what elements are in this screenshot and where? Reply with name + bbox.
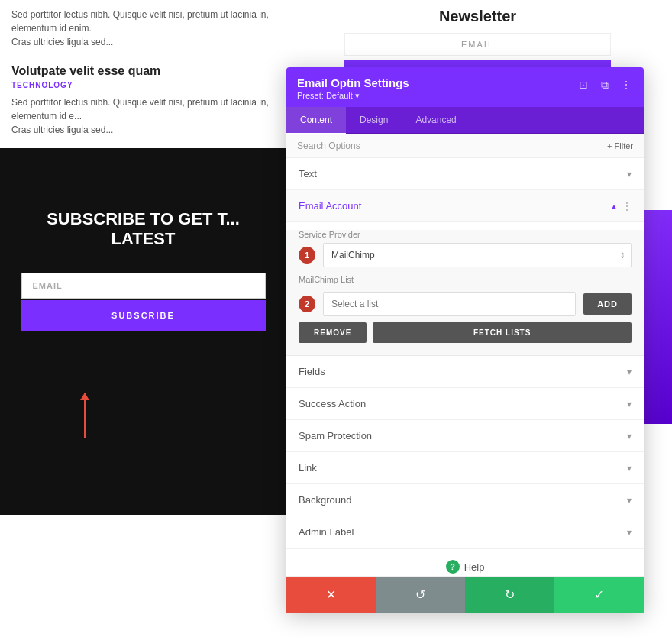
badge-1: 1 [299,247,315,264]
undo-button[interactable]: ↺ [376,577,465,613]
section-admin-label[interactable]: Admin Label ▾ [286,516,644,548]
panel-footer: ✕ ↺ ↻ ✓ [286,576,644,613]
help-label[interactable]: Help [464,561,485,573]
background-content: Sed porttitor lectus nibh. Quisque velit… [0,0,286,637]
panel-header-icons: ⊡ ⧉ ⋮ [577,78,633,92]
article-heading: Volutpate velit esse quam [0,57,286,79]
sub-paragraph: Sed porttitor lectus nibh. Quisque velit… [0,95,286,148]
chevron-up-icon: ▴ [612,201,616,212]
remove-button[interactable]: REMOVE [299,322,367,343]
actions-row: REMOVE FETCH LISTS [299,322,632,343]
section-link-label: Link [299,462,317,474]
subscribe-button[interactable]: SUBSCRIBE [21,300,266,331]
settings-panel: Email Optin Settings Preset: Default ▾ ⊡… [286,67,644,613]
help-row: ? Help [286,548,644,576]
email-input-area: EMAIL [21,273,266,299]
section-email-account-label: Email Account [299,200,361,212]
newsletter-email-field: EMAIL [344,33,611,56]
filter-button[interactable]: + Filter [607,141,633,150]
panel-title-group: Email Optin Settings Preset: Default ▾ [297,76,409,101]
cancel-button[interactable]: ✕ [286,577,376,613]
chevron-down-icon-link: ▾ [627,463,632,474]
mailchimp-list-input[interactable] [323,292,576,316]
tab-design[interactable]: Design [346,107,402,133]
section-spam-label: Spam Protection [299,430,372,441]
top-paragraph: Sed porttitor lectus nibh. Quisque velit… [0,0,286,57]
search-options-label: Search Options [297,141,360,151]
section-success-action[interactable]: Success Action ▾ [286,388,644,420]
section-success-action-label: Success Action [299,398,366,409]
tech-label: TECHNOLOGY [0,79,286,95]
add-button[interactable]: ADD [583,293,632,315]
redo-button[interactable]: ↻ [465,577,554,613]
section-text[interactable]: Text ▾ [286,158,644,190]
section-fields-label: Fields [299,366,325,377]
email-account-section: Service Provider 1 MailChimp Constant Co… [286,230,644,356]
section-fields[interactable]: Fields ▾ [286,356,644,388]
fetch-lists-button[interactable]: FETCH LISTS [373,322,632,343]
tab-content[interactable]: Content [286,107,346,134]
panel-body: Text ▾ Email Account ▴ ⋮ Service Provide… [286,158,644,576]
chevron-down-icon-spam: ▾ [627,431,632,441]
chevron-down-icon-admin: ▾ [627,527,632,538]
panel-preset[interactable]: Preset: Default ▾ [297,91,409,101]
service-provider-label: Service Provider [299,230,632,239]
subscribe-title: SUBSCRIBE TO GET T... LATEST [0,209,286,250]
section-admin-label-label: Admin Label [299,526,354,538]
section-spam-protection[interactable]: Spam Protection ▾ [286,420,644,452]
mailchimp-list-label: MailChimp List [299,275,632,284]
service-provider-select-wrap: MailChimp Constant Contact AWeber GetRes… [323,243,632,267]
mailchimp-list-row: 2 ADD [299,292,632,316]
section-background[interactable]: Background ▾ [286,484,644,516]
service-provider-select[interactable]: MailChimp Constant Contact AWeber GetRes… [323,243,632,267]
expand-icon[interactable]: ⧉ [598,78,612,92]
arrow-indicator [84,393,86,438]
panel-title: Email Optin Settings [297,76,409,89]
more-options-icon[interactable]: ⋮ [619,78,633,92]
chevron-down-icon-fields: ▾ [627,367,632,377]
tab-advanced[interactable]: Advanced [402,107,470,133]
email-field-label: EMAIL [33,281,254,290]
chevron-down-icon-background: ▾ [627,495,632,506]
section-background-label: Background [299,494,351,506]
section-link[interactable]: Link ▾ [286,452,644,484]
panel-search-bar: Search Options + Filter [286,134,644,158]
section-more-icon[interactable]: ⋮ [622,201,632,212]
section-email-account-header[interactable]: Email Account ▴ ⋮ [286,190,644,222]
chevron-down-icon: ▾ [627,169,632,179]
dark-subscribe-section: SUBSCRIBE TO GET T... LATEST EMAIL SUBSC… [0,148,286,515]
service-provider-row: 1 MailChimp Constant Contact AWeber GetR… [299,243,632,267]
minimize-icon[interactable]: ⊡ [577,78,590,92]
help-icon: ? [446,560,460,574]
newsletter-title: Newsletter [283,0,672,33]
confirm-button[interactable]: ✓ [554,577,644,613]
panel-tabs: Content Design Advanced [286,107,644,134]
panel-header: Email Optin Settings Preset: Default ▾ ⊡… [286,67,644,107]
badge-2: 2 [299,296,315,312]
chevron-down-icon-success: ▾ [627,399,632,409]
section-text-label: Text [299,168,317,179]
